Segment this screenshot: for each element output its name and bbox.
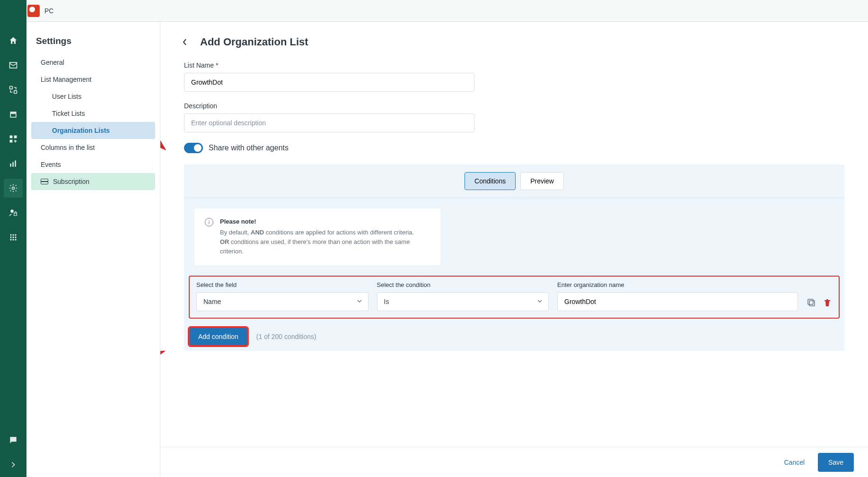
left-rail bbox=[0, 0, 26, 477]
svg-point-14 bbox=[12, 234, 14, 235]
duplicate-condition-icon[interactable] bbox=[807, 298, 816, 307]
condition-field-select[interactable]: Name bbox=[196, 292, 368, 311]
svg-rect-3 bbox=[10, 113, 16, 117]
topbar: PC bbox=[0, 0, 868, 22]
cancel-button[interactable]: Cancel bbox=[779, 454, 809, 471]
list-name-input[interactable] bbox=[184, 73, 474, 92]
page-title: Add Organization List bbox=[200, 36, 308, 48]
sidebar-item-subscription[interactable]: Subscription bbox=[31, 173, 155, 190]
svg-point-10 bbox=[12, 187, 15, 190]
settings-heading: Settings bbox=[26, 31, 160, 54]
condition-field-col: Select the field Name bbox=[196, 281, 368, 311]
svg-rect-6 bbox=[10, 140, 13, 143]
note-line2a: OR bbox=[220, 238, 229, 245]
sidebar-item-organization-lists[interactable]: Organization Lists bbox=[31, 122, 155, 139]
rail-mail-icon[interactable] bbox=[4, 56, 23, 75]
conditions-count: (1 of 200 conditions) bbox=[256, 333, 316, 340]
svg-line-26 bbox=[160, 351, 164, 369]
condition-op-select[interactable]: Is bbox=[377, 292, 549, 311]
svg-rect-0 bbox=[10, 87, 13, 89]
add-condition-button[interactable]: Add condition bbox=[189, 327, 248, 346]
svg-point-16 bbox=[10, 236, 11, 238]
note-card: i Please note! By default, AND condition… bbox=[194, 208, 440, 265]
svg-point-19 bbox=[10, 239, 11, 240]
tab-preview[interactable]: Preview bbox=[520, 172, 564, 190]
page-header: Add Organization List bbox=[179, 36, 849, 48]
main-content: Add Organization List List Name * Descri… bbox=[160, 22, 868, 477]
rail-add-widget-icon[interactable] bbox=[4, 130, 23, 148]
rail-home-icon[interactable] bbox=[4, 31, 23, 50]
rail-settings-icon[interactable] bbox=[4, 179, 23, 198]
condition-value-input[interactable] bbox=[557, 292, 798, 311]
condition-row: Select the field Name Select the conditi… bbox=[196, 281, 832, 311]
tabs-row: Conditions Preview bbox=[184, 165, 844, 198]
svg-line-24 bbox=[160, 69, 165, 149]
svg-point-13 bbox=[10, 234, 11, 235]
svg-rect-1 bbox=[14, 91, 17, 94]
svg-rect-22 bbox=[809, 301, 815, 306]
svg-rect-9 bbox=[15, 160, 16, 166]
svg-rect-12 bbox=[14, 213, 17, 216]
rail-archive-icon[interactable] bbox=[4, 105, 23, 124]
conditions-panel: Conditions Preview i Please note! By def… bbox=[184, 165, 844, 351]
note-line1c: conditions are applied for actions with … bbox=[264, 229, 414, 236]
svg-point-17 bbox=[12, 236, 14, 238]
svg-rect-8 bbox=[12, 162, 14, 167]
svg-point-21 bbox=[15, 239, 16, 240]
svg-rect-2 bbox=[10, 112, 16, 113]
description-field: Description bbox=[184, 102, 474, 132]
sidebar-item-general[interactable]: General bbox=[31, 54, 155, 71]
rail-apps-icon[interactable] bbox=[4, 228, 23, 247]
chevron-down-icon bbox=[537, 298, 543, 305]
info-icon: i bbox=[205, 218, 213, 226]
app-logo-icon bbox=[27, 5, 40, 17]
condition-op-value: Is bbox=[384, 298, 389, 305]
note-title: Please note! bbox=[220, 217, 430, 226]
back-button[interactable] bbox=[179, 36, 191, 48]
svg-point-11 bbox=[10, 209, 14, 213]
condition-field-value: Name bbox=[203, 298, 221, 305]
sidebar-item-list-management[interactable]: List Management bbox=[31, 71, 155, 88]
save-button[interactable]: Save bbox=[818, 453, 854, 472]
list-name-field: List Name * bbox=[184, 61, 474, 92]
sidebar-item-user-lists[interactable]: User Lists bbox=[31, 88, 155, 105]
rail-user-lock-icon[interactable] bbox=[4, 203, 23, 222]
svg-rect-7 bbox=[10, 164, 11, 167]
share-label: Share with other agents bbox=[209, 144, 289, 152]
app-title: PC bbox=[44, 7, 53, 15]
condition-op-col: Select the condition Is bbox=[377, 281, 549, 311]
description-input[interactable] bbox=[184, 113, 474, 132]
credit-card-icon bbox=[41, 179, 48, 184]
note-line1b: AND bbox=[251, 229, 264, 236]
delete-condition-icon[interactable] bbox=[823, 298, 832, 307]
share-toggle-row: Share with other agents bbox=[184, 143, 849, 153]
note-line1a: By default, bbox=[220, 229, 251, 236]
list-name-label: List Name * bbox=[184, 61, 474, 69]
svg-point-20 bbox=[12, 239, 14, 240]
sidebar-item-events[interactable]: Events bbox=[31, 156, 155, 173]
share-toggle[interactable] bbox=[184, 143, 203, 153]
sidebar-item-columns[interactable]: Columns in the list bbox=[31, 139, 155, 156]
description-label: Description bbox=[184, 102, 474, 110]
svg-rect-5 bbox=[14, 136, 17, 139]
condition-row-highlighted: Select the field Name Select the conditi… bbox=[189, 276, 840, 319]
condition-field-label: Select the field bbox=[196, 281, 368, 288]
note-body: Please note! By default, AND conditions … bbox=[220, 217, 430, 257]
rail-chart-icon[interactable] bbox=[4, 154, 23, 173]
rail-sync-icon[interactable] bbox=[4, 80, 23, 99]
condition-actions bbox=[807, 298, 832, 311]
note-line2b: conditions are used, if there's more tha… bbox=[220, 238, 410, 255]
sidebar-item-ticket-lists[interactable]: Ticket Lists bbox=[31, 105, 155, 122]
settings-sidebar: Settings General List Management User Li… bbox=[26, 22, 160, 477]
svg-rect-4 bbox=[10, 136, 13, 139]
svg-point-15 bbox=[15, 234, 16, 235]
rail-comment-icon[interactable] bbox=[4, 431, 23, 450]
condition-value-label: Enter organization name bbox=[557, 281, 798, 288]
sidebar-subscription-label: Subscription bbox=[53, 178, 89, 185]
chevron-down-icon bbox=[357, 298, 362, 305]
rail-expand-icon[interactable] bbox=[4, 455, 23, 474]
footer-bar: Cancel Save bbox=[160, 447, 868, 477]
add-condition-row: Add condition (1 of 200 conditions) bbox=[189, 327, 840, 351]
svg-point-18 bbox=[15, 236, 16, 238]
tab-conditions[interactable]: Conditions bbox=[465, 172, 516, 190]
